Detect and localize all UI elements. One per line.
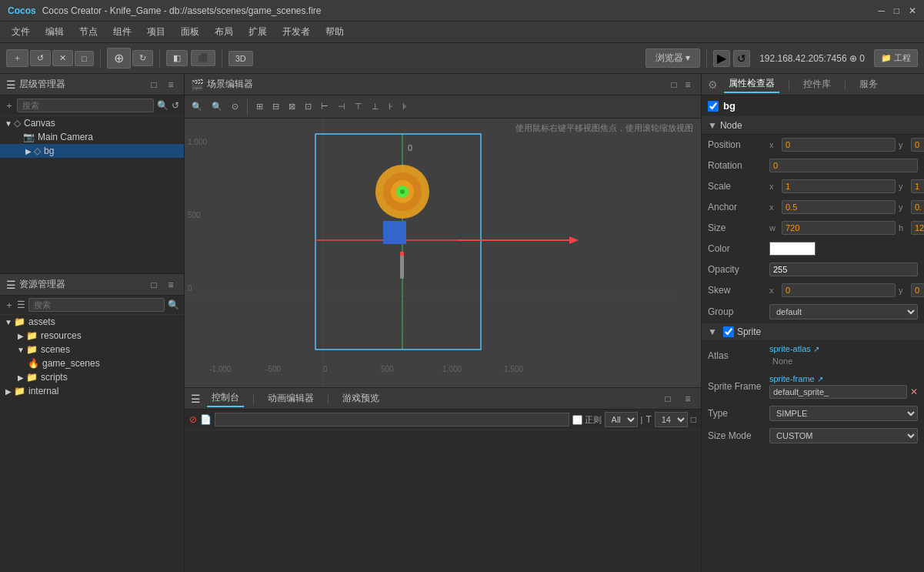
sprite-section-header[interactable]: ▼ Sprite — [702, 323, 924, 341]
add-node-btn[interactable]: ＋ — [6, 49, 28, 67]
scene-tool5[interactable]: ⊢ — [317, 99, 332, 114]
regex-checkbox[interactable] — [572, 415, 582, 425]
tab-service[interactable]: 服务 — [855, 76, 882, 92]
asset-scripts[interactable]: ▶ 📁 scripts — [0, 370, 184, 384]
group-select[interactable]: default — [769, 304, 918, 319]
canvas-toggle[interactable]: ▼ — [3, 118, 14, 129]
hierarchy-icon-menu[interactable]: ≡ — [164, 78, 178, 92]
zoom-fit-btn[interactable]: ⊙ — [228, 99, 242, 114]
browser-btn[interactable]: 浏览器 ▾ — [645, 49, 700, 68]
sprite-frame-link[interactable]: sprite-frame ↗ — [769, 374, 918, 383]
node-canvas[interactable]: ▼ ◇ Canvas — [0, 116, 184, 130]
scene-header-lock[interactable]: □ — [667, 78, 681, 92]
font-icon[interactable]: T — [645, 414, 651, 425]
skew-y-input[interactable] — [911, 283, 924, 297]
console-icon-menu[interactable]: ≡ — [681, 392, 695, 406]
size-w-input[interactable] — [782, 221, 896, 235]
menu-project[interactable]: 项目 — [139, 22, 173, 42]
assets-icon-menu[interactable]: ≡ — [164, 278, 178, 292]
assets-add-btn[interactable]: ＋ — [5, 299, 14, 312]
move-btn[interactable]: ⊕ — [107, 48, 131, 69]
menu-extension[interactable]: 扩展 — [241, 22, 275, 42]
assets-list-btn[interactable]: ☰ — [17, 299, 25, 310]
assets-icon-plus[interactable]: □ — [147, 278, 161, 292]
tab-console[interactable]: 控制台 — [207, 390, 244, 407]
scene-tool1[interactable]: ⊞ — [252, 99, 267, 114]
hierarchy-search-input[interactable] — [17, 99, 154, 112]
size-h-input[interactable] — [911, 221, 924, 235]
sprite-frame-clear-btn[interactable]: ✕ — [910, 386, 918, 397]
add-node-icon[interactable]: ＋ — [5, 99, 14, 112]
play-btn[interactable]: ▶ — [713, 50, 730, 67]
menu-node[interactable]: 节点 — [72, 22, 105, 42]
console-expand-btn[interactable]: □ — [691, 414, 696, 425]
zoom-out-btn[interactable]: 🔍 — [208, 99, 226, 114]
size-mode-select[interactable]: CUSTOM — [769, 428, 918, 443]
tab-widget-lib[interactable]: 控件库 — [799, 76, 836, 92]
window-close[interactable]: ✕ — [909, 5, 916, 16]
opacity-input[interactable] — [769, 263, 918, 276]
tab-properties[interactable]: 属性检查器 — [724, 75, 779, 93]
scenes-toggle[interactable]: ▼ — [15, 344, 26, 355]
scene-tool4[interactable]: ⊡ — [301, 99, 315, 114]
rect-btn[interactable]: □ — [75, 51, 94, 66]
console-clear-btn[interactable]: ⊘ — [189, 414, 197, 425]
sprite-frame-input[interactable] — [769, 385, 907, 399]
type-select[interactable]: SIMPLE — [769, 406, 918, 421]
scene-tool6[interactable]: ⊣ — [334, 99, 349, 114]
node-section-header[interactable]: ▼ Node — [702, 117, 924, 135]
scripts-toggle[interactable]: ▶ — [15, 372, 26, 383]
menu-panel[interactable]: 面板 — [173, 22, 207, 42]
asset-internal[interactable]: ▶ 📁 internal — [0, 384, 184, 398]
internal-toggle[interactable]: ▶ — [3, 386, 14, 396]
refresh-btn[interactable]: ↺ — [733, 50, 750, 67]
rotation-input[interactable] — [769, 159, 918, 172]
scene-tool3[interactable]: ⊠ — [285, 99, 299, 114]
asset-assets[interactable]: ▼ 📁 assets — [0, 315, 184, 329]
anchor-x-input[interactable] — [782, 200, 896, 214]
scene-tool10[interactable]: ⊧ — [399, 99, 411, 114]
scale-y-input[interactable] — [911, 179, 924, 193]
resources-toggle[interactable]: ▶ — [15, 330, 26, 341]
menu-file[interactable]: 文件 — [4, 22, 38, 42]
menu-developer[interactable]: 开发者 — [275, 22, 318, 42]
window-maximize[interactable]: □ — [894, 5, 899, 16]
menu-edit[interactable]: 编辑 — [38, 22, 72, 42]
skew-x-input[interactable] — [782, 283, 896, 297]
zoom-in-btn[interactable]: 🔍 — [188, 99, 206, 114]
bg-toggle[interactable]: ▶ — [23, 146, 34, 156]
color-swatch[interactable] — [769, 242, 816, 256]
folder-btn[interactable]: 📁 工程 — [874, 49, 918, 67]
position-y-input[interactable] — [911, 138, 924, 152]
scene-tool2[interactable]: ⊟ — [269, 99, 283, 114]
tab-animation[interactable]: 动画编辑器 — [263, 390, 319, 406]
3d-btn[interactable]: 3D — [228, 51, 253, 66]
menu-help[interactable]: 帮助 — [318, 22, 352, 42]
atlas-link[interactable]: sprite-atlas ↗ — [769, 344, 918, 353]
asset-resources[interactable]: ▶ 📁 resources — [0, 329, 184, 343]
scene-tool7[interactable]: ⊤ — [351, 99, 366, 114]
menu-layout[interactable]: 布局 — [207, 22, 241, 42]
undo-btn[interactable]: ↺ — [30, 50, 51, 66]
node-bg[interactable]: ▶ ◇ bg — [0, 144, 184, 158]
hierarchy-icon-plus[interactable]: □ — [147, 78, 161, 92]
sprite-enabled-checkbox[interactable] — [723, 326, 734, 337]
filter-select[interactable]: All — [605, 412, 638, 427]
scene-header-menu[interactable]: ≡ — [681, 78, 695, 92]
scene-tool9[interactable]: ⊦ — [385, 99, 397, 114]
assets-search-input[interactable] — [28, 298, 165, 312]
console-icon-pin[interactable]: □ — [661, 392, 675, 406]
align-left-btn[interactable]: ◧ — [166, 50, 188, 66]
search-icon[interactable]: 🔍 — [157, 100, 168, 111]
node-enabled-checkbox[interactable] — [708, 101, 719, 112]
console-file-btn[interactable]: 📄 — [200, 414, 212, 425]
assets-toggle[interactable]: ▼ — [3, 316, 14, 327]
scene-tool8[interactable]: ⊥ — [368, 99, 383, 114]
scale-x-input[interactable] — [782, 179, 896, 193]
asset-game-scenes[interactable]: 🔥 game_scenes — [0, 356, 184, 370]
align-center-btn[interactable]: ⬛ — [191, 50, 215, 66]
assets-search-icon[interactable]: 🔍 — [168, 299, 179, 310]
font-size-select[interactable]: 14 — [655, 412, 688, 427]
tab-game-preview[interactable]: 游戏预览 — [338, 390, 384, 406]
refresh-icon[interactable]: ↺ — [172, 100, 179, 111]
